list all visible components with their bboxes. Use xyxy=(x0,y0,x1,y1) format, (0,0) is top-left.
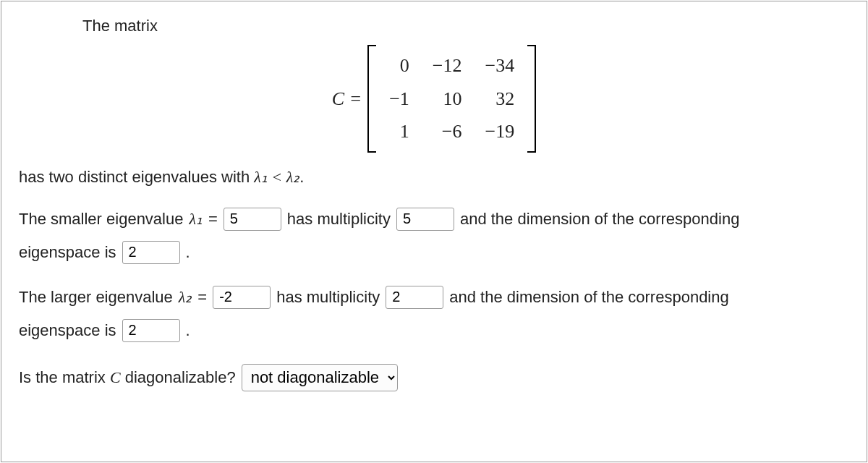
matrix-cell: −12 xyxy=(421,49,474,82)
q2-eq: = xyxy=(197,286,207,309)
distinct-pre: has two distinct eigenvalues with xyxy=(19,168,254,186)
eigenvalue-2-group: The larger eigenvalue λ₂ = has multiplic… xyxy=(19,286,849,342)
matrix-cell: 10 xyxy=(421,82,474,116)
matrix-display: C = 0 −12 −34 −1 10 32 1 −6 −19 xyxy=(19,45,849,153)
q2-dim-pre: and the dimension of the corresponding xyxy=(449,286,728,309)
matrix-table: 0 −12 −34 −1 10 32 1 −6 −19 xyxy=(378,49,526,148)
matrix-cell: −6 xyxy=(421,115,474,148)
eigenvalue-1-line-2: eigenspace is . xyxy=(19,241,849,264)
question-frame: The matrix C = 0 −12 −34 −1 10 32 1 −6 −… xyxy=(1,1,867,462)
diag-pre: Is the matrix xyxy=(19,368,110,386)
distinct-line: has two distinct eigenvalues with λ₁ < λ… xyxy=(19,166,849,189)
diagonalizable-line: Is the matrix C diagonalizable? not diag… xyxy=(19,364,849,391)
matrix-cell: 1 xyxy=(378,115,421,148)
q2-pre: The larger eigenvalue xyxy=(19,286,173,309)
distinct-math: λ₁ < λ₂ xyxy=(254,168,299,186)
q2-period: . xyxy=(186,319,190,342)
matrix-cell: 0 xyxy=(378,49,421,82)
q1-period: . xyxy=(186,241,190,264)
eigenvalue-2-line-2: eigenspace is . xyxy=(19,319,849,342)
q1-eq: = xyxy=(208,208,218,231)
diag-question: Is the matrix C diagonalizable? xyxy=(19,366,236,389)
q1-dim-pre: and the dimension of the corresponding xyxy=(460,208,739,231)
lambda1-input[interactable] xyxy=(224,208,281,231)
lambda2-multiplicity-input[interactable] xyxy=(386,286,443,309)
q2-mult-pre: has multiplicity xyxy=(276,286,380,309)
q2-symbol: λ₂ xyxy=(179,286,192,309)
diag-sym: C xyxy=(110,368,121,386)
q2-eig-pre: eigenspace is xyxy=(19,319,116,342)
eigenvalue-2-line-1: The larger eigenvalue λ₂ = has multiplic… xyxy=(19,286,849,309)
matrix-cell: 32 xyxy=(474,82,527,116)
q1-mult-pre: has multiplicity xyxy=(287,208,391,231)
lambda1-eigenspace-input[interactable] xyxy=(122,241,180,264)
lambda2-eigenspace-input[interactable] xyxy=(122,319,180,342)
intro-text: The matrix xyxy=(82,14,849,38)
q1-symbol: λ₁ xyxy=(189,208,203,231)
q1-eig-pre: eigenspace is xyxy=(19,241,116,264)
matrix-row: 0 −12 −34 xyxy=(378,49,526,82)
matrix-cell: −19 xyxy=(474,115,527,148)
diag-post: diagonalizable? xyxy=(121,368,236,386)
eigenvalue-1-group: The smaller eigenvalue λ₁ = has multipli… xyxy=(19,208,849,264)
distinct-post: . xyxy=(299,168,304,186)
matrix-label: C = xyxy=(332,85,362,113)
q1-pre: The smaller eigenvalue xyxy=(19,208,183,231)
lambda1-multiplicity-input[interactable] xyxy=(396,208,454,231)
diagonalizable-select[interactable]: not diagonalizable xyxy=(242,364,398,391)
matrix-cell: −1 xyxy=(378,82,421,116)
matrix-bracket: 0 −12 −34 −1 10 32 1 −6 −19 xyxy=(367,45,536,153)
lambda2-input[interactable] xyxy=(213,286,271,309)
eigenvalue-1-line-1: The smaller eigenvalue λ₁ = has multipli… xyxy=(19,208,849,231)
matrix-cell: −34 xyxy=(474,49,527,82)
matrix-row: 1 −6 −19 xyxy=(378,115,526,148)
matrix-row: −1 10 32 xyxy=(378,82,526,116)
